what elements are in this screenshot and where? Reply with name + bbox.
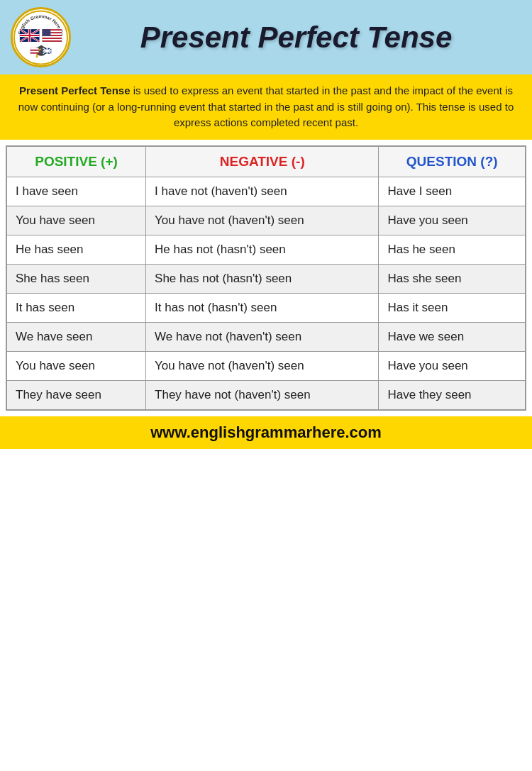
table-row: You have seenYou have not (haven't) seen… bbox=[6, 351, 526, 380]
cell-question-0: Have I seen bbox=[379, 177, 526, 206]
description-bold: Present Perfect Tense bbox=[19, 84, 130, 96]
cell-question-7: Have they seen bbox=[379, 380, 526, 410]
cell-negative-3: She has not (hasn't) seen bbox=[146, 264, 379, 293]
svg-rect-16 bbox=[42, 29, 50, 36]
table-row: It has seenIt has not (hasn't) seenHas i… bbox=[6, 293, 526, 322]
cell-positive-1: You have seen bbox=[6, 206, 146, 235]
svg-rect-14 bbox=[42, 36, 62, 38]
table-row: You have seenYou have not (haven't) seen… bbox=[6, 206, 526, 235]
page-title: Present Perfect Tense bbox=[71, 21, 521, 55]
cell-question-5: Have we seen bbox=[379, 322, 526, 351]
svg-rect-15 bbox=[42, 38, 62, 40]
table-row: He has seenHe has not (hasn't) seenHas h… bbox=[6, 235, 526, 264]
cell-question-4: Has it seen bbox=[379, 293, 526, 322]
header-positive: POSITIVE (+) bbox=[6, 146, 146, 177]
cell-negative-5: We have not (haven't) seen bbox=[146, 322, 379, 351]
svg-rect-19 bbox=[31, 48, 39, 49]
table-container: POSITIVE (+) NEGATIVE (-) QUESTION (?) I… bbox=[0, 140, 532, 416]
header-negative: NEGATIVE (-) bbox=[146, 146, 379, 177]
svg-rect-20 bbox=[31, 50, 39, 52]
cell-question-1: Have you seen bbox=[379, 206, 526, 235]
logo: English Grammar Here.Com 🎓 bbox=[11, 7, 71, 67]
svg-rect-25 bbox=[43, 50, 51, 51]
cell-negative-0: I have not (haven't) seen bbox=[146, 177, 379, 206]
cell-negative-4: It has not (hasn't) seen bbox=[146, 293, 379, 322]
cell-positive-6: You have seen bbox=[6, 351, 146, 380]
cell-question-6: Have you seen bbox=[379, 351, 526, 380]
tense-table: POSITIVE (+) NEGATIVE (-) QUESTION (?) I… bbox=[6, 145, 526, 411]
table-row: They have seenThey have not (haven't) se… bbox=[6, 380, 526, 410]
cell-question-3: Has she seen bbox=[379, 264, 526, 293]
cell-question-2: Has he seen bbox=[379, 235, 526, 264]
cell-positive-7: They have seen bbox=[6, 380, 146, 410]
table-row: I have seenI have not (haven't) seenHave… bbox=[6, 177, 526, 206]
footer: www.englishgrammarhere.com bbox=[0, 416, 532, 449]
svg-rect-10 bbox=[20, 35, 40, 36]
table-row: She has seenShe has not (hasn't) seenHas… bbox=[6, 264, 526, 293]
cell-positive-0: I have seen bbox=[6, 177, 146, 206]
cell-negative-2: He has not (hasn't) seen bbox=[146, 235, 379, 264]
description-box: Present Perfect Tense is used to express… bbox=[0, 74, 532, 140]
table-header-row: POSITIVE (+) NEGATIVE (-) QUESTION (?) bbox=[6, 146, 526, 177]
footer-url: www.englishgrammarhere.com bbox=[150, 423, 382, 441]
cell-positive-5: We have seen bbox=[6, 322, 146, 351]
cell-positive-3: She has seen bbox=[6, 264, 146, 293]
header-question: QUESTION (?) bbox=[379, 146, 526, 177]
cell-negative-6: You have not (haven't) seen bbox=[146, 351, 379, 380]
header: English Grammar Here.Com 🎓 bbox=[0, 0, 532, 74]
cell-positive-2: He has seen bbox=[6, 235, 146, 264]
cell-negative-1: You have not (haven't) seen bbox=[146, 206, 379, 235]
table-row: We have seenWe have not (haven't) seenHa… bbox=[6, 322, 526, 351]
cell-negative-7: They have not (haven't) seen bbox=[146, 380, 379, 410]
cell-positive-4: It has seen bbox=[6, 293, 146, 322]
